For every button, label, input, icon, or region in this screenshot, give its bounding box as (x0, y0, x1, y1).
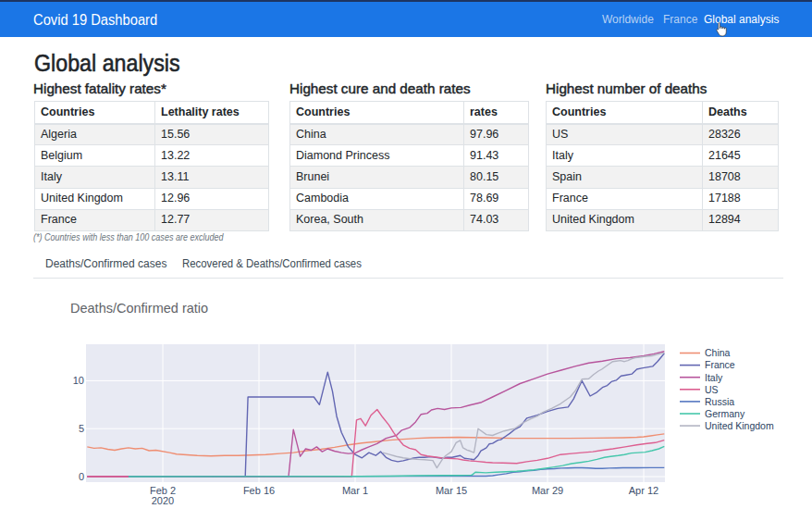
svg-text:Apr 12: Apr 12 (629, 485, 658, 496)
svg-text:China: China (705, 347, 731, 358)
svg-text:France: France (705, 359, 735, 370)
svg-text:Mar 1: Mar 1 (342, 485, 368, 496)
svg-text:Russia: Russia (705, 396, 734, 407)
svg-text:Italy: Italy (705, 372, 723, 383)
svg-text:5: 5 (79, 423, 84, 434)
svg-text:Mar 29: Mar 29 (532, 485, 563, 496)
svg-text:Feb 16: Feb 16 (243, 485, 275, 496)
svg-text:Germany: Germany (705, 408, 745, 419)
svg-text:US: US (705, 384, 719, 395)
svg-text:Mar 15: Mar 15 (436, 485, 467, 496)
svg-text:Deaths/Confirmed ratio: Deaths/Confirmed ratio (70, 301, 208, 316)
svg-text:United Kingdom: United Kingdom (705, 420, 774, 431)
svg-text:2020: 2020 (152, 495, 174, 506)
svg-text:10: 10 (73, 375, 84, 386)
svg-text:0: 0 (79, 471, 84, 482)
